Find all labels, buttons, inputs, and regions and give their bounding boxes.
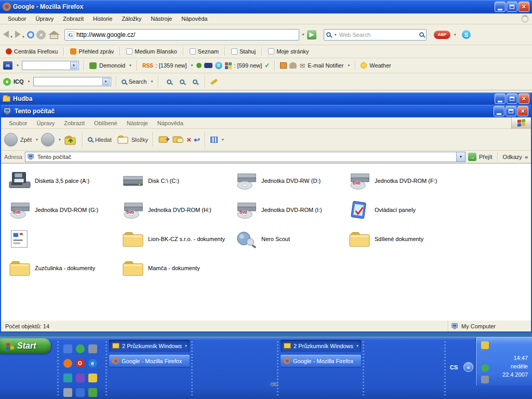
demonoid-icon[interactable] xyxy=(89,62,97,69)
search-placeholder[interactable]: Web Search xyxy=(339,32,417,38)
close-button[interactable]: × xyxy=(518,2,529,12)
adblock-plus-icon[interactable]: ABP xyxy=(434,31,450,39)
up-folder-button[interactable] xyxy=(64,134,77,146)
drive-d-item[interactable]: Jednotka DVD-RW (D:) xyxy=(235,169,346,193)
nero-scout-item[interactable]: Nero Scout xyxy=(235,227,346,251)
mail-count[interactable]: : [599 new] xyxy=(234,62,262,69)
close-button[interactable]: × xyxy=(517,106,528,116)
menu-zobrazit[interactable]: Zobrazit xyxy=(58,16,88,22)
envelope-icon[interactable]: ✉ xyxy=(299,62,305,70)
weather-label[interactable]: Weather xyxy=(369,62,391,69)
back-button[interactable] xyxy=(4,133,18,147)
lion-bk-folder-item[interactable]: Lion-BK-CZ s.r.o. - dokumenty xyxy=(122,227,233,251)
mamca-folder-item[interactable]: Mamča - dokumenty xyxy=(122,256,233,280)
back-button[interactable]: ▼ xyxy=(3,31,13,39)
move-to-button[interactable] xyxy=(158,135,170,144)
opera-icon[interactable]: O xyxy=(76,359,85,368)
menu-oblibene[interactable]: Oblíbené xyxy=(89,120,122,126)
zuzculinka-folder-item[interactable]: Zuzčulinka - dokumenty xyxy=(8,256,119,280)
drive-g-item[interactable]: DVD Jednotka DVD-ROM (G:) xyxy=(8,198,119,222)
drive-c-item[interactable]: Disk C:\ (C:) xyxy=(122,169,233,193)
toolbar-grip[interactable] xyxy=(105,341,107,395)
forward-button[interactable]: ▼ xyxy=(15,31,25,39)
url-input[interactable] xyxy=(76,31,297,38)
bookmark-moje-stranky[interactable]: Moje stránky xyxy=(265,48,311,55)
minimize-button[interactable] xyxy=(494,106,504,116)
search-icon[interactable] xyxy=(88,137,92,142)
tray-collapse-chevron[interactable]: « xyxy=(463,362,473,372)
back-label[interactable]: Zpět xyxy=(20,137,32,143)
demonoid-label[interactable]: Demonoid xyxy=(99,62,125,69)
search-bar[interactable]: ▼ Web Search xyxy=(324,29,427,41)
drive-f-item[interactable]: DVD Jednotka DVD-ROM (F:) xyxy=(348,169,459,193)
menu-napoveda[interactable]: Nápověda xyxy=(153,120,188,126)
address-dropdown-button[interactable]: ▼ xyxy=(456,152,465,162)
menu-nastroje[interactable]: Nástroje xyxy=(146,16,177,22)
bookmark-centrala-firefoxu[interactable]: Centrála Firefoxu xyxy=(3,48,60,55)
stop-button[interactable]: × xyxy=(36,30,46,39)
menu-nastroje[interactable]: Nástroje xyxy=(122,120,153,126)
menu-zobrazit[interactable]: Zobrazit xyxy=(59,120,89,126)
links-chevron[interactable]: » xyxy=(525,154,528,160)
binoculars-icon[interactable] xyxy=(204,63,212,68)
toolbar-grip[interactable] xyxy=(191,341,193,395)
icq-flower-icon[interactable] xyxy=(3,78,11,86)
toolbar-grip[interactable] xyxy=(444,341,446,395)
start-button[interactable]: Start xyxy=(0,338,51,354)
icq-search-input[interactable]: ▼ xyxy=(33,77,111,86)
panel-item[interactable] xyxy=(8,227,119,251)
address-bar[interactable]: G xyxy=(64,29,299,41)
viewer-icon[interactable] xyxy=(76,388,85,397)
folders-button[interactable] xyxy=(117,135,129,144)
go-button[interactable]: ▶ xyxy=(307,30,316,39)
status-dot-icon[interactable] xyxy=(196,63,202,68)
icq-search-label[interactable]: Search xyxy=(129,78,147,85)
zoom-reset-button[interactable] xyxy=(177,76,187,87)
taskbar-button-explorer-group-1[interactable]: 2 Průzkumník Windows ▼ xyxy=(109,340,190,352)
rss-count[interactable]: : [1359 new] xyxy=(156,62,187,69)
bookmark-medium-blansko[interactable]: Medium Blansko xyxy=(124,48,179,55)
toolbar-grip[interactable] xyxy=(57,341,59,395)
minimize-button[interactable] xyxy=(495,2,506,12)
tray-volume-icon[interactable] xyxy=(481,376,489,383)
notes-icon[interactable] xyxy=(88,374,97,382)
language-indicator[interactable]: CS xyxy=(450,364,458,370)
drive-h-item[interactable]: DVD Jednotka DVD-ROM (H:) xyxy=(122,198,233,222)
bookmark-prehled-zprav[interactable]: Přehled zpráv xyxy=(68,48,116,55)
menu-upravy[interactable]: Úpravy xyxy=(31,16,58,22)
explorer-titlebar[interactable]: Tento počítač × xyxy=(1,105,531,117)
clock[interactable]: 14:47 neděle 22.4.2007 xyxy=(502,354,528,379)
bookmark-stahuj[interactable]: Stahuj xyxy=(229,48,258,55)
views-button[interactable] xyxy=(210,137,218,143)
clear-broom-icon[interactable] xyxy=(210,78,218,85)
maximize-button[interactable] xyxy=(507,2,517,12)
menu-zalozky[interactable]: Záložky xyxy=(117,16,146,22)
messenger-icon[interactable] xyxy=(76,344,85,353)
firefox-quicklaunch-icon[interactable] xyxy=(63,359,72,368)
media-player-icon[interactable] xyxy=(88,344,97,353)
taskbar-button-firefox-2[interactable]: Google - Mozilla Firefox xyxy=(281,355,361,367)
firefox-titlebar[interactable]: Google - Mozilla Firefox × xyxy=(0,0,532,14)
maximize-button[interactable] xyxy=(506,106,516,116)
links-label[interactable]: Odkazy xyxy=(503,154,522,160)
reload-button[interactable] xyxy=(27,31,34,38)
zoom-out-button[interactable] xyxy=(190,76,200,87)
icq-label[interactable]: ICQ xyxy=(14,78,24,85)
calendar-icon[interactable] xyxy=(280,62,287,69)
minimize-button[interactable] xyxy=(495,94,506,104)
toolbar-grip[interactable] xyxy=(363,341,364,395)
menu-historie[interactable]: Historie xyxy=(88,16,117,22)
zoom-in-button[interactable] xyxy=(164,76,174,87)
skype-addon-icon[interactable]: S xyxy=(215,62,222,69)
search-label[interactable]: Hledat xyxy=(95,137,112,143)
menu-soubor[interactable]: Soubor xyxy=(3,16,31,22)
menu-soubor[interactable]: Soubor xyxy=(4,120,32,126)
folders-label[interactable]: Složky xyxy=(131,137,148,143)
control-panel-item[interactable]: Ovládací panely xyxy=(348,198,459,222)
utility-icon[interactable] xyxy=(63,374,72,382)
email-notifier-label[interactable]: E-mail Notifier xyxy=(308,62,343,69)
palette-grid-icon[interactable] xyxy=(225,62,232,69)
icq-search-icon[interactable] xyxy=(122,79,126,84)
weather-sun-icon[interactable] xyxy=(361,62,367,69)
calculator-icon[interactable] xyxy=(88,388,97,397)
